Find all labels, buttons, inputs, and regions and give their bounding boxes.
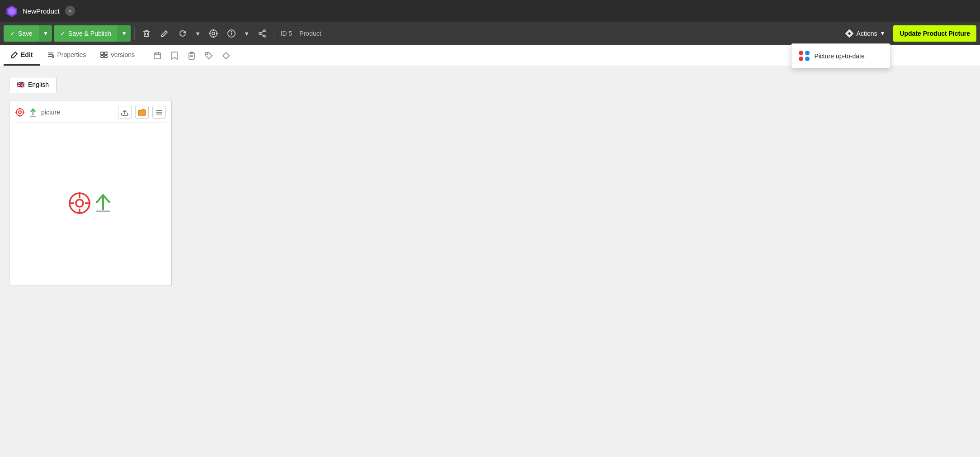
save-publish-label: Save & Publish bbox=[68, 30, 111, 37]
large-upload-arrow-icon bbox=[93, 191, 113, 215]
lang-tab-english[interactable]: 🇬🇧 English bbox=[9, 77, 57, 93]
actions-button[interactable]: Actions ▼ bbox=[839, 25, 891, 42]
svg-rect-29 bbox=[104, 56, 107, 57]
svg-rect-27 bbox=[104, 52, 107, 55]
tab-edit-label: Edit bbox=[21, 51, 33, 58]
field-menu-button[interactable] bbox=[152, 106, 166, 119]
calendar-tab-button[interactable] bbox=[149, 48, 165, 64]
field-header: picture bbox=[15, 106, 166, 123]
id-label: ID 5 bbox=[278, 30, 295, 37]
update-product-picture-button[interactable]: Update Product Picture bbox=[893, 25, 976, 42]
save-button[interactable]: ✓ Save bbox=[4, 25, 39, 42]
save-dropdown-button[interactable]: ▼ bbox=[39, 25, 52, 42]
svg-point-6 bbox=[210, 30, 217, 37]
target-field-icon bbox=[15, 107, 25, 117]
tab-versions[interactable]: Versions bbox=[93, 45, 142, 66]
svg-point-40 bbox=[16, 109, 24, 116]
upload-area[interactable] bbox=[15, 126, 166, 280]
save-label: Save bbox=[18, 30, 33, 37]
save-publish-split-button: ✓ Save & Publish ▼ bbox=[54, 25, 131, 42]
refresh-dropdown-button[interactable]: ▼ bbox=[193, 25, 203, 42]
divider-2 bbox=[274, 27, 274, 40]
upload-button[interactable] bbox=[118, 106, 132, 119]
field-label: picture bbox=[41, 109, 114, 116]
dots-icon bbox=[799, 51, 810, 61]
picture-up-to-date-label: Picture up-to-date bbox=[814, 52, 864, 60]
svg-point-54 bbox=[76, 200, 83, 207]
delete-button[interactable] bbox=[138, 25, 155, 42]
route-tab-button[interactable] bbox=[218, 48, 234, 64]
save-publish-dropdown-button[interactable]: ▼ bbox=[118, 25, 131, 42]
svg-point-7 bbox=[212, 32, 215, 35]
check-icon-2: ✓ bbox=[60, 30, 66, 37]
svg-point-41 bbox=[19, 111, 21, 114]
toolbar-right: Actions ▼ Picture up-to-date Update Prod… bbox=[839, 25, 976, 42]
svg-point-17 bbox=[264, 35, 265, 37]
share-button[interactable] bbox=[254, 25, 270, 42]
language-tabs: 🇬🇧 English bbox=[9, 77, 971, 93]
import-button[interactable] bbox=[135, 106, 149, 119]
save-publish-button[interactable]: ✓ Save & Publish bbox=[54, 25, 118, 42]
clipboard-tab-button[interactable] bbox=[184, 48, 200, 64]
info-dropdown-button[interactable]: ▼ bbox=[241, 25, 252, 42]
app-logo bbox=[5, 4, 19, 18]
svg-rect-30 bbox=[154, 53, 160, 59]
svg-point-25 bbox=[52, 56, 54, 57]
large-target-icon bbox=[68, 191, 91, 215]
uk-flag-icon: 🇬🇧 bbox=[17, 81, 24, 88]
product-label: Product bbox=[297, 30, 324, 37]
tab-properties-label: Properties bbox=[57, 51, 86, 58]
svg-point-16 bbox=[259, 33, 261, 34]
svg-marker-39 bbox=[223, 52, 229, 59]
svg-line-18 bbox=[261, 31, 264, 33]
tag-tab-button[interactable] bbox=[201, 48, 217, 64]
tab-properties[interactable]: Properties bbox=[40, 45, 93, 66]
check-icon: ✓ bbox=[10, 30, 15, 37]
actions-menu: Picture up-to-date bbox=[791, 43, 890, 68]
svg-rect-26 bbox=[101, 52, 104, 55]
svg-point-38 bbox=[207, 53, 208, 54]
main-toolbar: ✓ Save ▼ ✓ Save & Publish ▼ bbox=[0, 22, 980, 45]
actions-wrapper: Actions ▼ Picture up-to-date bbox=[839, 25, 891, 42]
main-content: 🇬🇧 English picture bbox=[0, 66, 980, 456]
bookmark-tab-button[interactable] bbox=[166, 48, 183, 64]
svg-point-14 bbox=[231, 31, 232, 32]
tab-versions-label: Versions bbox=[110, 51, 135, 58]
tab-edit[interactable]: Edit bbox=[4, 45, 40, 66]
svg-line-19 bbox=[261, 34, 264, 36]
upload-arrow-field-icon bbox=[28, 107, 38, 117]
info-button[interactable] bbox=[223, 25, 240, 42]
close-button[interactable]: × bbox=[65, 6, 75, 16]
target-button[interactable] bbox=[205, 25, 221, 42]
lang-tab-label: English bbox=[28, 81, 49, 88]
svg-point-15 bbox=[264, 30, 265, 32]
top-bar: NewProduct × bbox=[0, 0, 980, 22]
field-block: picture bbox=[9, 100, 172, 286]
svg-rect-3 bbox=[144, 31, 149, 37]
edit-pencil-button[interactable] bbox=[156, 25, 173, 42]
app-title: NewProduct bbox=[23, 7, 60, 15]
svg-rect-28 bbox=[101, 56, 104, 57]
actions-label: Actions bbox=[857, 30, 877, 37]
divider-1 bbox=[134, 27, 135, 40]
upload-icons-group bbox=[68, 191, 113, 215]
refresh-button[interactable] bbox=[174, 25, 191, 42]
actions-chevron-icon: ▼ bbox=[880, 30, 886, 37]
save-split-button: ✓ Save ▼ bbox=[4, 25, 52, 42]
picture-up-to-date-item[interactable]: Picture up-to-date bbox=[792, 47, 890, 65]
